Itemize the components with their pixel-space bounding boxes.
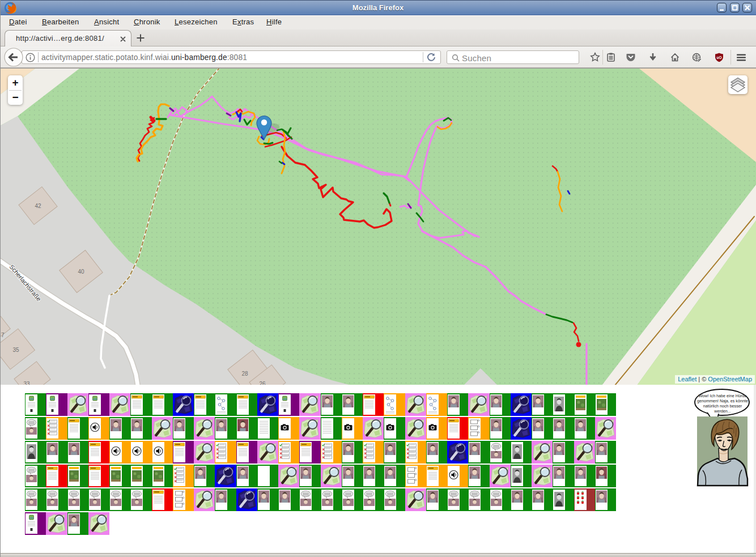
svg-text:40: 40 (78, 269, 84, 275)
svg-text:genommen! Naja, es könnte: genommen! Naja, es könnte (697, 398, 748, 403)
svg-text:7: 7 (1, 332, 5, 338)
svg-text:33: 33 (23, 381, 30, 385)
svg-text:Wow! Ich habe eine Hürde: Wow! Ich habe eine Hürde (699, 393, 747, 398)
svg-text:uO: uO (716, 56, 721, 59)
svg-text:werden...: werden... (713, 409, 731, 414)
svg-text:natürlich noch besser: natürlich noch besser (703, 403, 742, 409)
svg-text:28: 28 (241, 371, 248, 377)
svg-text:42: 42 (35, 203, 41, 209)
svg-text:26: 26 (259, 381, 266, 385)
svg-text:35: 35 (12, 347, 19, 353)
